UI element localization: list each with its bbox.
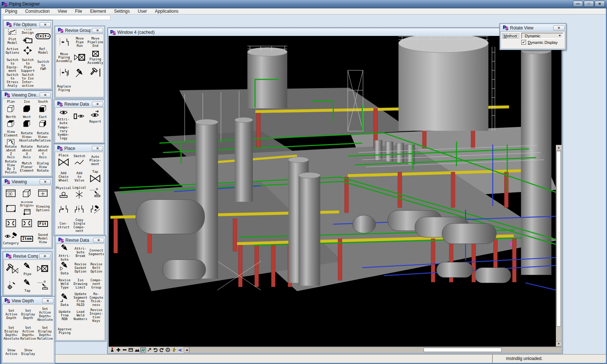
fit-mountain-icon[interactable] — [134, 347, 140, 353]
pan-active-icon[interactable] — [140, 347, 146, 353]
tool-pipe-offset2[interactable] — [72, 201, 88, 218]
tool-move-piping-assembly[interactable]: Move Piping Assembly — [56, 50, 72, 65]
horizontal-scroll-track[interactable] — [189, 347, 562, 353]
tool-revise-inspec-tion-keys[interactable]: Revise Inspec- tion Keys — [88, 308, 104, 324]
menu-item-construction[interactable]: Construction — [21, 9, 53, 14]
tool-east[interactable]: East — [35, 115, 51, 130]
window-box-icon[interactable] — [128, 347, 134, 353]
tool-cube-outline[interactable] — [19, 186, 35, 201]
tool-fit[interactable]: Fit — [35, 216, 51, 232]
tool-set-display-depth[interactable]: Set Display Depth — [20, 305, 36, 324]
tool-data[interactable]: Data — [57, 261, 73, 277]
menu-item-settings[interactable]: Settings — [110, 9, 134, 14]
tool-physical[interactable]: Physical — [56, 185, 72, 201]
tool-south[interactable]: South — [35, 99, 51, 115]
tool-move-run2[interactable] — [56, 66, 72, 81]
tool-hammer-valve[interactable] — [4, 261, 20, 277]
tool-hammer-pipe[interactable] — [88, 66, 103, 81]
tool-rotate-about-x-axis[interactable]: Rotate about X Axis — [19, 145, 35, 160]
tool-logical[interactable]: Logical — [72, 185, 88, 201]
close-icon[interactable] — [92, 102, 103, 107]
tool-set-active-depth[interactable]: Set Active Depth — [3, 305, 20, 324]
palette-titlebar[interactable]: PS Revise Data — [56, 237, 105, 244]
chevron-down-icon[interactable] — [557, 34, 563, 37]
dynamic-display-checkbox[interactable] — [521, 40, 526, 45]
tool-move-pipeline-end[interactable]: Move Pipeline End — [88, 35, 103, 50]
tool-support-arrow2[interactable] — [35, 277, 50, 294]
tool-pen-slash[interactable] — [72, 66, 88, 81]
tool-pipe[interactable]: Pipe — [20, 261, 35, 277]
tool-attri-bute[interactable]: Attri- bute — [57, 245, 73, 261]
tool-set-active-depth-relative[interactable]: Set Active Depth= Relative — [20, 324, 36, 343]
fly-icon[interactable] — [177, 347, 183, 353]
tool-set-display-depth-absolute[interactable]: Set Display Depth= Absolute — [3, 324, 20, 343]
menu-item-applications[interactable]: Applications — [151, 9, 183, 14]
tool-iso[interactable]: Iso — [19, 99, 35, 115]
close-icon[interactable] — [92, 28, 103, 33]
tool-support-arrow2[interactable] — [87, 185, 103, 201]
tool-window-origin[interactable]: Window Origin= — [19, 201, 35, 217]
menu-item-element[interactable]: Element — [86, 9, 110, 14]
palette-titlebar[interactable]: PS Place — [55, 145, 104, 152]
close-icon[interactable] — [40, 93, 51, 98]
tool-set-active-depth-absolute[interactable]: Set Active Depth= Absolute — [37, 305, 53, 324]
scroll-left-icon[interactable] — [184, 347, 189, 353]
tool-update-segment-from-p-id[interactable]: Update Segment From P&ID — [73, 292, 89, 308]
tool-saved-model-view[interactable]: Saved Model View — [35, 232, 51, 247]
zoom-minus-icon[interactable] — [122, 347, 128, 353]
tool-place[interactable]: Place — [56, 153, 72, 169]
menu-item-view[interactable]: View — [54, 9, 71, 14]
tool-dimension[interactable] — [4, 277, 20, 294]
tool-plot-model[interactable]: Plot Model — [5, 29, 20, 44]
tool-window-center[interactable] — [3, 186, 19, 201]
tool-data[interactable]: Data — [57, 292, 73, 308]
rotate-view-titlebar[interactable]: PS Rotate View — [501, 24, 565, 31]
tool-connect-segments[interactable]: Connect Segments — [88, 245, 104, 261]
tool-move-run[interactable] — [56, 35, 72, 50]
tool-load-weld-numbers[interactable]: Load Weld Numbers — [73, 308, 89, 324]
tool-auto-place-ment[interactable]: Auto Place- ment — [87, 153, 103, 169]
tool-switch-to-stress-analy[interactable]: Switch to Stress Analy — [5, 73, 20, 88]
tool-rotate-view-relative[interactable]: Rotate View= Relative — [35, 130, 51, 145]
tool-match-planar-element[interactable]: Match Planar Element — [19, 160, 35, 175]
palette-titlebar[interactable]: PS Viewing — [2, 178, 52, 185]
model-window-titlebar[interactable]: PS Window 4 (cached) — [109, 29, 562, 36]
tool-rotate-about-y-axis[interactable]: Rotate about Y Axis — [35, 145, 51, 160]
tool-viewing-options[interactable]: Viewing Options — [35, 201, 51, 217]
tool-add-chain-wheel[interactable]: Add Chain Wheel — [56, 169, 72, 185]
close-icon[interactable] — [553, 25, 564, 30]
vertical-scroll-track[interactable] — [556, 150, 562, 341]
scroll-up-icon[interactable]: ▲ — [556, 145, 562, 150]
tool-file-design[interactable]: File Design — [20, 29, 35, 44]
close-icon[interactable] — [42, 298, 53, 303]
maximize-icon[interactable]: □ — [584, 1, 594, 7]
palette-titlebar[interactable]: PS Revise Group — [56, 27, 104, 34]
palette-titlebar[interactable]: PS View Depth — [2, 297, 54, 304]
tool-switch-to-pipe-support[interactable]: Switch to Pipe Support — [20, 58, 35, 73]
tool-show-display[interactable]: Show Display — [20, 343, 36, 362]
tool-piping-assembly[interactable]: Piping Assembly — [88, 50, 103, 65]
tool-compo-nent-group[interactable]: Compo- nent Group — [88, 276, 104, 292]
tool-plan[interactable]: Plan — [3, 99, 19, 115]
tool-category[interactable]: Category — [3, 232, 19, 247]
tool-sketch[interactable]: Sketch — [72, 153, 88, 169]
tool-rotate-about-z-axis[interactable]: Rotate about Z Axis — [3, 145, 19, 160]
vertical-scroll-thumb[interactable] — [557, 151, 561, 327]
tool-iso-drawing-limit[interactable]: Iso Drawing Limit — [73, 276, 89, 292]
tool-rotate-view-element[interactable]: Rotate View Element — [3, 130, 19, 145]
tool-valve-frame[interactable] — [72, 50, 88, 65]
menu-item-piping[interactable]: Piping — [1, 9, 21, 14]
tool-window-corner[interactable] — [3, 201, 19, 217]
close-icon[interactable] — [40, 179, 51, 184]
close-icon[interactable] — [92, 146, 103, 151]
window-titlebar[interactable]: PS Piping Designer — □ ✕ — [0, 0, 607, 8]
close-icon[interactable]: ✕ — [595, 1, 605, 7]
tool-tempo-rary-symbo-logy[interactable]: Tempo- rary Symbo- logy — [56, 125, 72, 142]
palette-titlebar[interactable]: PS Viewing Dire... — [2, 91, 52, 98]
tool-re-compute-thick-ness[interactable]: Re- Compute Thick- ness — [88, 292, 104, 308]
tool-move-arrows[interactable] — [20, 44, 35, 59]
method-dropdown[interactable]: Dynamic — [521, 33, 563, 39]
horizontal-scroll-thumb[interactable] — [424, 348, 502, 352]
tool-rotate-view-by-3-points[interactable]: Rotate View By 3 Points — [3, 160, 19, 175]
tool-show-active[interactable]: Show Active — [3, 343, 20, 362]
